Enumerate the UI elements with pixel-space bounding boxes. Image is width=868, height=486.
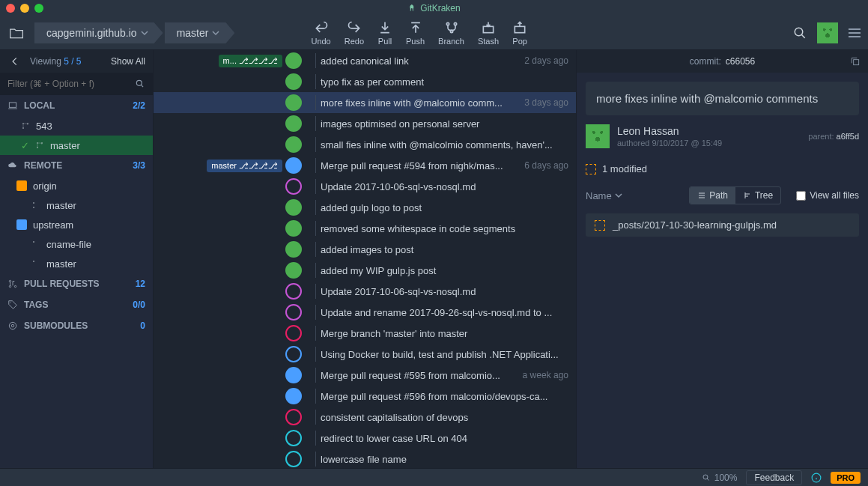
branch-button[interactable]: Branch: [438, 20, 464, 46]
commit-node: [285, 283, 302, 300]
menu-button[interactable]: [849, 28, 861, 37]
push-button[interactable]: Push: [406, 20, 425, 46]
svg-point-23: [11, 324, 14, 327]
commit-row[interactable]: Merge pull request #596 from malcomio/de…: [154, 386, 576, 407]
section-local[interactable]: LOCAL 2/2: [0, 95, 153, 116]
section-submodules[interactable]: SUBMODULES 0: [0, 315, 153, 336]
branch-label[interactable]: m... ⎇⎇⎇⎇: [219, 55, 282, 67]
undo-button[interactable]: Undo: [311, 20, 330, 46]
commit-message: images optimised on personal server: [321, 118, 576, 130]
commit-row[interactable]: small fies inline with @malcolmio commen…: [154, 134, 576, 155]
svg-rect-7: [9, 103, 16, 107]
commit-message: added gulp logo to post: [321, 202, 576, 213]
remote-icon: [16, 219, 27, 230]
commit-row[interactable]: master ⎇⎇⎇⎇Merge pull request #594 from …: [154, 155, 576, 176]
branch-icon: [31, 240, 40, 249]
local-branch-master[interactable]: ✓ master: [0, 136, 153, 155]
svg-point-14: [33, 202, 34, 204]
changed-file[interactable]: _posts/2017-10-30-learning-gulpjs.md: [586, 213, 859, 237]
commit-row[interactable]: consistent capitalisation of devops: [154, 407, 576, 428]
commit-row[interactable]: removed some whitespace in code segments: [154, 218, 576, 239]
search-icon[interactable]: [793, 26, 807, 40]
commit-row[interactable]: typo fix as per comment: [154, 71, 576, 92]
commit-row[interactable]: Using Docker to build, test and publish …: [154, 344, 576, 365]
commit-message: Merge pull request #595 from malcomio...: [321, 370, 523, 381]
pop-button[interactable]: Pop: [512, 20, 527, 46]
folder-button[interactable]: [7, 24, 25, 42]
commit-message: consistent capitalisation of devops: [321, 412, 576, 423]
svg-point-22: [9, 322, 16, 329]
commit-node: [285, 409, 302, 425]
filter-input[interactable]: [7, 79, 129, 89]
close-window[interactable]: [6, 4, 15, 13]
commit-row[interactable]: more fixes inline with @malcomio comm...…: [154, 92, 576, 113]
zoom-control[interactable]: 100%: [702, 473, 738, 483]
user-avatar[interactable]: [817, 22, 838, 43]
svg-point-15: [33, 207, 34, 208]
sort-by-name[interactable]: Name: [586, 190, 622, 201]
svg-point-13: [41, 142, 43, 144]
commit-time: 6 days ago: [524, 160, 576, 171]
branch-icon: [31, 259, 40, 268]
local-branch-543[interactable]: 543: [0, 116, 153, 136]
commit-node: [285, 451, 302, 467]
commit-node: [285, 178, 302, 195]
commit-row[interactable]: added gulp logo to post: [154, 197, 576, 218]
commit-node: [285, 157, 302, 174]
remote-upstream[interactable]: upstream: [0, 215, 153, 234]
author-date: authored 9/10/2017 @ 15:49: [617, 139, 722, 148]
section-remote[interactable]: REMOTE 3/3: [0, 155, 153, 176]
commit-row[interactable]: m... ⎇⎇⎇⎇added canonical link2 days ago: [154, 50, 576, 71]
author-avatar: [586, 124, 610, 148]
commit-message: Update 2017-10-06-sql-vs-nosql.md: [321, 181, 576, 192]
info-icon[interactable]: [811, 473, 822, 483]
commit-time: 3 days ago: [524, 97, 576, 108]
svg-point-12: [37, 147, 38, 148]
commit-row[interactable]: Update and rename 2017-09-26-sql-vs-nosq…: [154, 302, 576, 323]
pro-badge: PRO: [831, 472, 861, 484]
commit-message: redirect to lower case URL on 404: [321, 433, 576, 444]
view-all-files-checkbox[interactable]: View all files: [796, 190, 859, 201]
copy-icon[interactable]: [850, 56, 861, 67]
view-path-button[interactable]: Path: [690, 187, 735, 204]
commit-row[interactable]: images optimised on personal server: [154, 113, 576, 134]
search-icon[interactable]: [135, 79, 145, 89]
redo-button[interactable]: Redo: [345, 20, 364, 46]
commit-node: [285, 241, 302, 258]
commit-row[interactable]: added my WIP gulp.js post: [154, 260, 576, 281]
commit-row[interactable]: added images to post: [154, 239, 576, 260]
back-button[interactable]: [7, 54, 22, 69]
branch-breadcrumb[interactable]: master: [165, 22, 235, 43]
modified-summary: 1 modified: [577, 157, 868, 180]
commit-node: [285, 136, 302, 153]
parent-commit[interactable]: parent: a6ff5d: [808, 132, 859, 141]
show-all-button[interactable]: Show All: [111, 56, 145, 67]
remote-upstream-cname[interactable]: cname-file: [0, 234, 153, 254]
window-controls: [6, 4, 43, 13]
remote-upstream-master[interactable]: master: [0, 254, 153, 273]
commit-node: [285, 94, 302, 111]
commit-message: Update 2017-10-06-sql-vs-nosql.md: [321, 286, 576, 297]
maximize-window[interactable]: [34, 4, 43, 13]
remote-origin-master[interactable]: master: [0, 195, 153, 215]
commit-row[interactable]: Update 2017-10-06-sql-vs-nosql.md: [154, 176, 576, 197]
section-tags[interactable]: TAGS 0/0: [0, 294, 153, 315]
section-pull-requests[interactable]: PULL REQUESTS 12: [0, 273, 153, 294]
branch-label[interactable]: master ⎇⎇⎇⎇: [207, 160, 282, 172]
pull-button[interactable]: Pull: [377, 20, 392, 46]
stash-button[interactable]: Stash: [478, 20, 499, 46]
feedback-button[interactable]: Feedback: [746, 470, 802, 485]
view-tree-button[interactable]: Tree: [735, 187, 780, 204]
commit-row[interactable]: Update 2017-10-06-sql-vs-nosql.md: [154, 281, 576, 302]
commit-row[interactable]: lowercase file name: [154, 449, 576, 468]
remote-origin[interactable]: origin: [0, 176, 153, 195]
svg-point-16: [33, 241, 34, 243]
minimize-window[interactable]: [20, 4, 29, 13]
commit-node: [285, 115, 302, 132]
commit-row[interactable]: redirect to lower case URL on 404: [154, 428, 576, 449]
commit-row[interactable]: Merge branch 'master' into master: [154, 323, 576, 344]
svg-rect-24: [854, 60, 859, 65]
repo-breadcrumb[interactable]: capgemini.github.io: [34, 22, 163, 43]
commit-row[interactable]: Merge pull request #595 from malcomio...…: [154, 365, 576, 386]
svg-point-19: [9, 285, 10, 287]
